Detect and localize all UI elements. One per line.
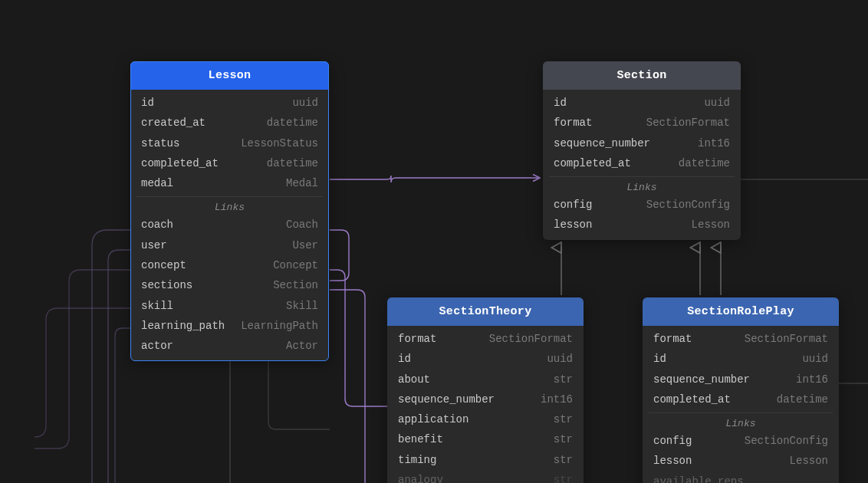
- field-row[interactable]: timingstr: [387, 450, 584, 470]
- link-name: lesson: [653, 453, 692, 468]
- entity-section-header[interactable]: Section: [543, 61, 741, 90]
- field-row[interactable]: sequence_numberint16: [643, 370, 839, 389]
- link-row[interactable]: userUser: [130, 235, 329, 255]
- diagram-canvas[interactable]: Lesson iduuid created_atdatetime statusL…: [0, 0, 868, 483]
- link-row[interactable]: sectionsSection: [130, 275, 329, 295]
- link-name: coach: [141, 217, 173, 232]
- link-type: LearningPath: [241, 318, 318, 334]
- link-row[interactable]: coachCoach: [130, 215, 329, 235]
- field-type: str: [554, 472, 573, 483]
- link-row[interactable]: available_reps: [643, 472, 839, 483]
- field-type: LessonStatus: [241, 136, 318, 151]
- field-name: sequence_number: [653, 372, 750, 387]
- link-type: Lesson: [790, 453, 828, 468]
- field-type: datetime: [777, 392, 828, 407]
- field-row[interactable]: analogystr: [387, 470, 584, 483]
- field-row[interactable]: iduuid: [130, 93, 329, 113]
- link-type: SectionConfig: [646, 197, 730, 212]
- field-row[interactable]: completed_atdatetime: [130, 153, 329, 173]
- field-name: id: [653, 351, 666, 366]
- field-name: application: [398, 412, 469, 427]
- link-type: Lesson: [692, 217, 730, 232]
- link-type: Actor: [286, 338, 318, 353]
- link-row[interactable]: lessonLesson: [643, 451, 839, 471]
- field-row[interactable]: formatSectionFormat: [543, 113, 741, 133]
- field-type: SectionFormat: [745, 331, 828, 347]
- field-name: format: [554, 115, 592, 130]
- entity-lesson-body: iduuid created_atdatetime statusLessonSt…: [130, 90, 329, 361]
- entity-section-theory-body: formatSectionFormat iduuid aboutstr sequ…: [387, 326, 584, 483]
- link-row[interactable]: conceptConcept: [130, 255, 329, 275]
- field-row[interactable]: applicationstr: [387, 409, 584, 429]
- link-name: actor: [141, 338, 173, 353]
- entity-section-role-play-body: formatSectionFormat iduuid sequence_numb…: [643, 326, 839, 483]
- field-name: sequence_number: [554, 136, 650, 151]
- entity-section-role-play[interactable]: SectionRolePlay formatSectionFormat iduu…: [643, 297, 839, 483]
- field-type: uuid: [704, 95, 730, 110]
- field-name: timing: [398, 452, 436, 468]
- field-type: Medal: [286, 176, 318, 191]
- link-type: SectionConfig: [745, 433, 828, 449]
- entity-section-role-play-header[interactable]: SectionRolePlay: [643, 297, 839, 326]
- link-row[interactable]: actorActor: [130, 336, 329, 356]
- field-type: uuid: [292, 95, 318, 110]
- field-type: SectionFormat: [646, 115, 730, 130]
- entity-lesson-header[interactable]: Lesson: [130, 61, 329, 90]
- link-name: learning_path: [141, 318, 225, 334]
- field-name: id: [554, 95, 567, 110]
- link-row[interactable]: learning_pathLearningPath: [130, 316, 329, 336]
- field-row[interactable]: medalMedal: [130, 173, 329, 193]
- link-type: Coach: [286, 217, 318, 232]
- field-row[interactable]: iduuid: [643, 349, 839, 369]
- link-name: available_reps: [653, 474, 744, 483]
- field-name: completed_at: [141, 156, 219, 171]
- field-type: uuid: [802, 351, 828, 366]
- field-type: datetime: [267, 115, 318, 130]
- field-name: medal: [141, 176, 173, 191]
- link-name: user: [141, 238, 167, 253]
- entity-section-body: iduuid formatSectionFormat sequence_numb…: [543, 90, 741, 240]
- entity-section-theory[interactable]: SectionTheory formatSectionFormat iduuid…: [387, 297, 584, 483]
- link-name: config: [554, 197, 592, 212]
- field-row[interactable]: sequence_numberint16: [543, 133, 741, 153]
- link-name: lesson: [554, 217, 592, 232]
- field-row[interactable]: sequence_numberint16: [387, 389, 584, 409]
- field-row[interactable]: completed_atdatetime: [643, 389, 839, 409]
- link-row[interactable]: configSectionConfig: [543, 195, 741, 215]
- field-row[interactable]: benefitstr: [387, 429, 584, 449]
- links-label: Links: [549, 176, 735, 193]
- field-name: status: [141, 136, 179, 151]
- field-row[interactable]: statusLessonStatus: [130, 133, 329, 153]
- field-type: int16: [796, 372, 828, 387]
- field-name: analogy: [398, 472, 443, 483]
- link-row[interactable]: configSectionConfig: [643, 431, 839, 451]
- link-name: config: [653, 433, 692, 449]
- field-type: datetime: [267, 156, 318, 171]
- field-row[interactable]: formatSectionFormat: [387, 329, 584, 349]
- field-row[interactable]: iduuid: [543, 93, 741, 113]
- field-row[interactable]: iduuid: [387, 349, 584, 369]
- entity-section-theory-header[interactable]: SectionTheory: [387, 297, 584, 326]
- field-row[interactable]: formatSectionFormat: [643, 329, 839, 349]
- field-type: SectionFormat: [489, 331, 573, 347]
- field-name: sequence_number: [398, 392, 495, 407]
- link-row[interactable]: skillSkill: [130, 296, 329, 316]
- entity-lesson[interactable]: Lesson iduuid created_atdatetime statusL…: [130, 61, 329, 361]
- link-name: sections: [141, 278, 192, 293]
- field-type: datetime: [679, 156, 730, 171]
- field-name: format: [653, 331, 692, 347]
- link-type: Concept: [273, 258, 318, 273]
- field-row[interactable]: aboutstr: [387, 370, 584, 389]
- field-name: completed_at: [653, 392, 731, 407]
- field-name: id: [141, 95, 154, 110]
- field-type: str: [554, 452, 573, 468]
- link-row[interactable]: lessonLesson: [543, 215, 741, 235]
- field-name: created_at: [141, 115, 205, 130]
- field-row[interactable]: created_atdatetime: [130, 113, 329, 133]
- link-type: User: [292, 238, 318, 253]
- field-row[interactable]: completed_atdatetime: [543, 153, 741, 173]
- entity-section[interactable]: Section iduuid formatSectionFormat seque…: [543, 61, 741, 240]
- field-type: uuid: [547, 351, 573, 366]
- field-type: str: [554, 372, 573, 387]
- links-label: Links: [136, 196, 323, 213]
